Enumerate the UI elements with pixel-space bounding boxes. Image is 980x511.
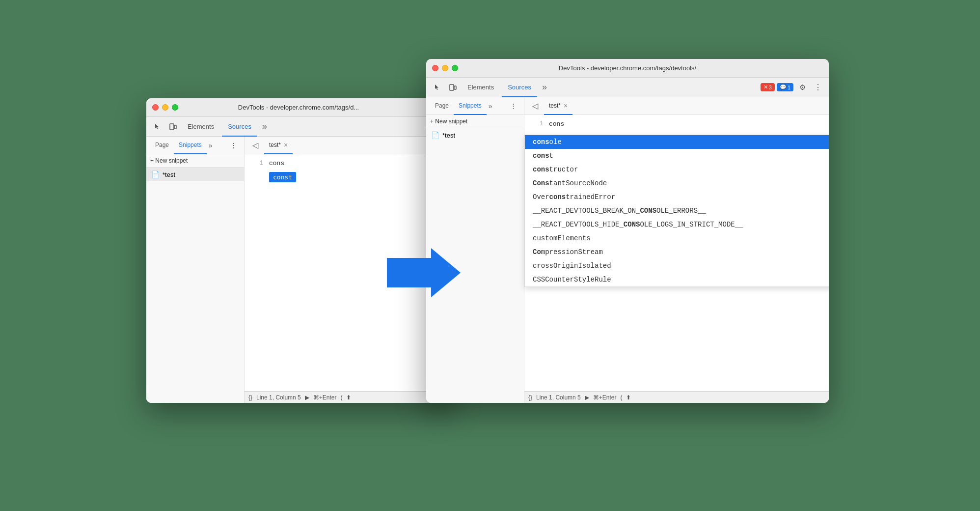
svg-rect-4 <box>454 86 456 89</box>
fg-close-button[interactable] <box>432 65 438 71</box>
bg-panel-action-btn[interactable]: ⋮ <box>226 139 240 152</box>
autocomplete-item-console[interactable]: console <box>525 135 829 149</box>
autocomplete-item-react-hide[interactable]: __REACT_DEVTOOLS_HIDE_CONSOLE_LOGS_IN_ST… <box>525 218 829 231</box>
bg-editor-back-btn[interactable]: ◁ <box>248 139 262 152</box>
fg-title-bar: DevTools - developer.chrome.com/tags/dev… <box>426 59 829 78</box>
bg-snippet-icon: 📄 <box>151 170 160 178</box>
svg-rect-3 <box>450 85 454 90</box>
bg-more-tabs[interactable]: » <box>259 119 270 134</box>
fg-paren: ( <box>620 394 622 401</box>
fg-panel-action-btn[interactable]: ⋮ <box>506 99 520 113</box>
autocomplete-item-crossoriginisolated[interactable]: crossOriginIsolated <box>525 259 829 273</box>
svg-marker-2 <box>387 248 461 297</box>
bg-elements-tab[interactable]: Elements <box>182 117 220 137</box>
fg-code-line-1: 1 cons <box>524 119 829 129</box>
bg-status-bar: {} Line 1, Column 5 ▶ ⌘+Enter ( ⬆ <box>245 391 451 403</box>
bg-run-icon[interactable]: ▶ <box>305 394 309 401</box>
bg-minimize-button[interactable] <box>162 104 168 111</box>
fg-cursor-icon[interactable] <box>430 81 444 94</box>
bg-editor-tab-test[interactable]: test* × <box>264 137 293 154</box>
fg-elements-tab[interactable]: Elements <box>462 78 500 97</box>
bg-panel-actions: ⋮ <box>226 139 240 152</box>
fg-panel-tabs: Page Snippets » ⋮ <box>426 97 524 115</box>
autocomplete-dropdown[interactable]: console const constructor ConstantSource… <box>524 135 829 287</box>
bg-shortcut: ⌘+Enter <box>313 394 337 401</box>
fg-tab-name: test* <box>549 102 561 109</box>
svg-rect-0 <box>170 124 174 130</box>
bg-cursor-icon[interactable] <box>150 120 164 134</box>
bg-close-button[interactable] <box>152 104 159 111</box>
bg-editor-tabs: ◁ test* × <box>245 137 451 154</box>
bg-code-text: cons <box>269 160 284 167</box>
fg-minimize-button[interactable] <box>442 65 448 71</box>
bg-page-tab[interactable]: Page <box>150 137 174 154</box>
fg-format-icon[interactable]: {} <box>528 394 532 401</box>
bg-device-icon[interactable] <box>166 120 180 134</box>
fg-screenshot-icon[interactable]: ⬆ <box>626 394 631 401</box>
bg-left-panel: Page Snippets » ⋮ + New snippet 📄 *test <box>146 137 245 403</box>
bg-title-bar: DevTools - developer.chrome.com/tags/d..… <box>146 98 451 117</box>
fg-editor-tab-test[interactable]: test* × <box>544 97 572 115</box>
fg-snippet-icon: 📄 <box>431 131 439 139</box>
fg-devtools-main: Page Snippets » ⋮ + New snippet 📄 *test <box>426 97 829 403</box>
fg-panel-more[interactable]: » <box>487 101 494 111</box>
autocomplete-item-constantsourcenode[interactable]: ConstantSourceNode <box>525 176 829 190</box>
bg-traffic-lights[interactable] <box>152 104 178 111</box>
bg-tab-close-btn[interactable]: × <box>284 141 288 149</box>
bg-autocomplete-const[interactable]: const <box>269 172 296 182</box>
fg-new-snippet-btn[interactable]: + New snippet <box>426 115 524 128</box>
autocomplete-item-compressionstream[interactable]: CompressionStream <box>525 245 829 259</box>
fg-error-x-icon: ✕ <box>763 84 768 90</box>
svg-rect-1 <box>174 125 176 129</box>
autocomplete-item-constructor[interactable]: constructor <box>525 163 829 176</box>
fg-status-bar: {} Line 1, Column 5 ▶ ⌘+Enter ( ⬆ <box>524 391 829 403</box>
bg-sources-tab[interactable]: Sources <box>222 117 257 137</box>
bg-snippet-item-test[interactable]: 📄 *test <box>146 168 244 181</box>
bg-snippets-tab[interactable]: Snippets <box>174 137 207 154</box>
autocomplete-item-csscounterstylerule[interactable]: CSSCounterStyleRule <box>525 273 829 286</box>
fg-devtools-toolbar: Elements Sources » ✕ 3 💬 1 ⚙ ⋮ <box>426 78 829 97</box>
arrow-shape <box>387 246 461 300</box>
fg-more-options-icon[interactable]: ⋮ <box>811 81 825 94</box>
bg-paren: ( <box>340 394 342 401</box>
fg-more-tabs[interactable]: » <box>539 80 550 94</box>
autocomplete-console-bold: console <box>533 138 562 146</box>
fg-console-badge[interactable]: 💬 1 <box>777 83 793 91</box>
bg-position: Line 1, Column 5 <box>256 394 301 401</box>
fg-error-badge[interactable]: ✕ 3 <box>761 83 775 91</box>
autocomplete-item-const[interactable]: const <box>525 149 829 163</box>
bg-format-icon[interactable]: {} <box>248 394 252 401</box>
fg-editor-area: ◁ test* × 1 cons <box>524 97 829 403</box>
bg-maximize-button[interactable] <box>172 104 178 111</box>
bg-code-line-1: 1 cons <box>245 158 451 168</box>
bg-window-title: DevTools - developer.chrome.com/tags/d..… <box>238 104 359 111</box>
fg-code-text: cons <box>549 120 564 128</box>
foreground-devtools-window: DevTools - developer.chrome.com/tags/dev… <box>426 59 829 403</box>
fg-tab-close-btn[interactable]: × <box>564 102 568 110</box>
fg-window-title: DevTools - developer.chrome.com/tags/dev… <box>559 64 696 72</box>
fg-shortcut: ⌘+Enter <box>593 394 617 401</box>
fg-page-tab[interactable]: Page <box>430 97 454 115</box>
bg-devtools-toolbar: Elements Sources » ✕ 3 <box>146 117 451 137</box>
fg-toolbar-right: ✕ 3 💬 1 ⚙ ⋮ <box>761 81 825 94</box>
fg-maximize-button[interactable] <box>452 65 458 71</box>
bg-screenshot-icon[interactable]: ⬆ <box>346 394 351 401</box>
autocomplete-item-customelements[interactable]: customElements <box>525 231 829 245</box>
fg-console-icon: 💬 <box>780 84 787 90</box>
fg-panel-actions: ⋮ <box>506 99 520 113</box>
fg-editor-back-btn[interactable]: ◁ <box>528 99 542 113</box>
bg-panel-tabs: Page Snippets » ⋮ <box>146 137 244 154</box>
autocomplete-item-react-break[interactable]: __REACT_DEVTOOLS_BREAK_ON_CONSOLE_ERRORS… <box>525 204 829 218</box>
fg-sources-tab[interactable]: Sources <box>502 78 537 97</box>
fg-snippet-item-test[interactable]: 📄 *test <box>426 128 524 142</box>
fg-traffic-lights[interactable] <box>432 65 458 71</box>
bg-new-snippet-btn[interactable]: + New snippet <box>146 154 244 168</box>
fg-device-icon[interactable] <box>446 81 460 94</box>
bg-panel-more[interactable]: » <box>207 141 215 150</box>
fg-settings-icon[interactable]: ⚙ <box>795 81 809 94</box>
fg-editor-tabs: ◁ test* × <box>524 97 829 115</box>
fg-snippets-tab[interactable]: Snippets <box>454 97 487 115</box>
fg-position: Line 1, Column 5 <box>536 394 581 401</box>
fg-run-icon[interactable]: ▶ <box>585 394 589 401</box>
autocomplete-item-overconstrainederror[interactable]: OverconstrainedError <box>525 190 829 204</box>
